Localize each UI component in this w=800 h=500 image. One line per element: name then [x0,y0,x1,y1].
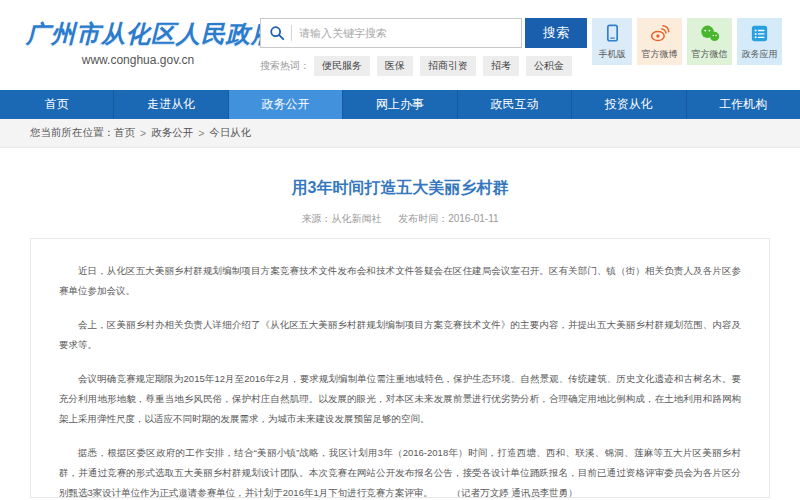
nav-item-organizations[interactable]: 工作机构 [686,90,800,119]
nav-item-gov-info[interactable]: 政务公开 [228,90,342,119]
breadcrumb-link-home[interactable]: 首页 [114,126,135,140]
nav-item-online-services[interactable]: 网上办事 [342,90,456,119]
article: 用3年时间打造五大美丽乡村群 来源：从化新闻社 发布时间：2016-01-11 … [0,178,800,498]
quicklink-label: 手机版 [599,48,626,61]
mobile-icon [604,23,621,45]
quicklink-wechat[interactable]: 官方微信 [687,18,732,65]
article-paragraph: 近日，从化区五大美丽乡村群规划编制项目方案竞赛技术文件发布会和技术文件答疑会在区… [59,261,741,301]
quick-links: 手机版 官方微博 官方微信 政务应用 [587,18,782,65]
article-title: 用3年时间打造五大美丽乡村群 [0,178,800,199]
hot-word-tag[interactable]: 招考 [483,56,519,76]
article-paragraph: 据悉，根据区委区政府的工作安排，结合“美丽小镇”战略，我区计划用3年（2016-… [59,443,741,498]
site-url: www.conghua.gov.cn [26,53,250,67]
quicklink-apps[interactable]: 政务应用 [737,18,782,65]
article-source: 来源：从化新闻社 [301,213,381,224]
nav-item-about[interactable]: 走进从化 [113,90,227,119]
quicklink-weibo[interactable]: 官方微博 [637,18,682,65]
site-logo[interactable]: 广州市从化区人民政府 www.conghua.gov.cn [26,18,250,67]
article-publish-time: 发布时间：2016-01-11 [398,213,498,224]
nav-item-interaction[interactable]: 政民互动 [457,90,571,119]
quicklink-label: 政务应用 [742,48,778,61]
article-body: 近日，从化区五大美丽乡村群规划编制项目方案竞赛技术文件发布会和技术文件答疑会在区… [30,238,770,498]
nav-item-investment[interactable]: 投资从化 [571,90,685,119]
article-paragraph: 会议明确竞赛规定期限为2015年12月至2016年2月，要求规划编制单位需注重地… [59,369,741,429]
hot-word-tag[interactable]: 便民服务 [314,56,370,76]
wechat-icon [700,23,720,45]
hot-words-row: 搜索热词： 便民服务 医保 招商引资 招考 公积金 [260,56,587,76]
breadcrumb-separator: > [140,127,146,139]
apps-icon [751,23,768,45]
main-nav: 首页 走进从化 政务公开 网上办事 政民互动 投资从化 工作机构 [0,90,800,119]
breadcrumb-link-today[interactable]: 今日从化 [209,126,251,140]
quicklink-label: 官方微博 [642,48,678,61]
search-box[interactable] [260,18,522,48]
breadcrumb-prefix: 您当前所在位置： [30,126,114,140]
search-input[interactable] [299,27,513,39]
article-meta: 来源：从化新闻社 发布时间：2016-01-11 [0,212,800,226]
hot-word-tag[interactable]: 医保 [377,56,413,76]
nav-item-home[interactable]: 首页 [0,90,113,119]
search-divider [291,25,292,41]
quicklink-mobile[interactable]: 手机版 [592,18,632,65]
search-button[interactable]: 搜索 [525,18,587,48]
site-header: 广州市从化区人民政府 www.conghua.gov.cn 搜索 搜索热词： 便… [0,0,800,90]
site-name: 广州市从化区人民政府 [26,18,250,50]
search-icon [269,25,285,41]
hot-words-label: 搜索热词： [260,59,310,73]
search-area: 搜索 搜索热词： 便民服务 医保 招商引资 招考 公积金 [260,18,587,76]
weibo-icon [650,23,670,45]
quicklink-label: 官方微信 [692,48,728,61]
hot-word-tag[interactable]: 公积金 [526,56,572,76]
page: 广州市从化区人民政府 www.conghua.gov.cn 搜索 搜索热词： 便… [0,0,800,500]
breadcrumb: 您当前所在位置： 首页 > 政务公开 > 今日从化 [0,119,800,148]
hot-word-tag[interactable]: 招商引资 [420,56,476,76]
article-paragraph: 会上，区美丽乡村办相关负责人详细介绍了《从化区五大美丽乡村群规划编制项目方案竞赛… [59,315,741,355]
breadcrumb-separator: > [198,127,204,139]
breadcrumb-link-gov-info[interactable]: 政务公开 [151,126,193,140]
